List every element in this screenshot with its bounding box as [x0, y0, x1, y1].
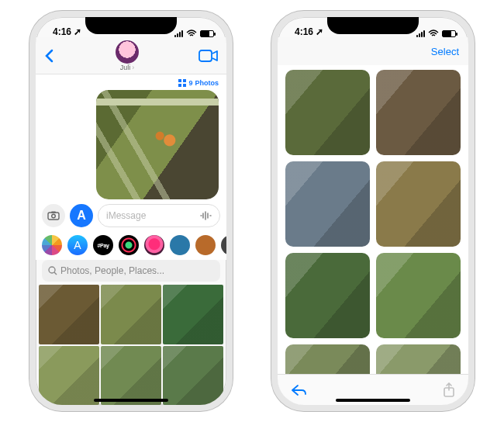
- svg-rect-0: [199, 50, 212, 61]
- photo-tile[interactable]: [285, 344, 370, 374]
- photos-label: Photos: [195, 79, 219, 87]
- photo-tile[interactable]: [376, 253, 461, 338]
- status-time: 4:16: [295, 26, 313, 37]
- svg-rect-7: [51, 212, 56, 213]
- message-placeholder: iMessage: [106, 210, 146, 221]
- wifi-icon: [186, 29, 197, 37]
- photos-search-input[interactable]: Photos, People, Places...: [42, 260, 220, 282]
- svg-rect-4: [183, 84, 186, 87]
- location-arrow-icon: ➚: [74, 26, 81, 37]
- search-icon: [48, 266, 57, 275]
- photo-tile[interactable]: [376, 70, 461, 155]
- app-activity-icon[interactable]: [119, 235, 139, 255]
- app-store-button[interactable]: A: [70, 204, 93, 227]
- app-memoji-icon[interactable]: [170, 235, 190, 255]
- notch: [327, 17, 419, 34]
- message-input[interactable]: iMessage: [98, 204, 220, 227]
- home-indicator[interactable]: [94, 399, 168, 402]
- svg-rect-1: [178, 79, 181, 82]
- app-applepay-icon[interactable]: #Pay: [93, 235, 113, 255]
- drawer-thumb[interactable]: [101, 346, 161, 406]
- drawer-thumb[interactable]: [101, 285, 161, 344]
- photo-stack-link[interactable]: 9 Photos: [178, 79, 219, 87]
- back-chevron-icon[interactable]: [43, 48, 56, 64]
- composer-row: A iMessage: [36, 199, 226, 232]
- signal-icon: [416, 30, 425, 37]
- battery-icon: [200, 30, 214, 37]
- app-extra-2-icon[interactable]: [221, 235, 233, 255]
- photos-count: 9: [188, 79, 192, 87]
- app-extra-1-icon[interactable]: [195, 235, 216, 255]
- sent-photo-bubble[interactable]: [96, 90, 219, 199]
- svg-point-8: [49, 267, 55, 273]
- status-time: 4:16: [53, 26, 71, 37]
- home-indicator[interactable]: [336, 399, 410, 402]
- drawer-thumb[interactable]: [39, 346, 99, 406]
- drawer-thumb[interactable]: [163, 285, 223, 344]
- photo-tile[interactable]: [376, 161, 461, 247]
- battery-icon: [442, 30, 456, 37]
- contact-avatar: [116, 40, 139, 64]
- contact-header[interactable]: Juli ›: [116, 40, 139, 71]
- app-strip[interactable]: A #Pay: [36, 232, 226, 260]
- svg-rect-3: [178, 84, 181, 87]
- photo-tile[interactable]: [285, 70, 370, 155]
- reply-icon[interactable]: [290, 383, 307, 397]
- drawer-thumb[interactable]: [163, 346, 223, 406]
- photo-drawer-grid[interactable]: [36, 285, 226, 405]
- facetime-icon[interactable]: [198, 49, 219, 63]
- location-arrow-icon: ➚: [316, 26, 323, 37]
- select-button[interactable]: Select: [431, 46, 459, 57]
- camera-button[interactable]: [42, 204, 65, 227]
- search-placeholder: Photos, People, Places...: [60, 265, 164, 276]
- grid-icon: [178, 79, 186, 87]
- photo-tile[interactable]: [376, 344, 461, 374]
- messages-nav: Juli ›: [36, 37, 226, 74]
- app-store-icon: A: [77, 209, 86, 223]
- app-photos-icon[interactable]: [42, 235, 62, 255]
- photos-grid-nav: Select: [278, 37, 468, 65]
- app-appstore-icon[interactable]: A: [67, 235, 88, 255]
- svg-rect-5: [48, 213, 59, 220]
- phone-right: 4:16 ➚ Select: [271, 11, 475, 411]
- notch: [85, 17, 177, 34]
- app-digitaltouch-icon[interactable]: [144, 235, 164, 255]
- chevron-right-icon: ›: [132, 64, 134, 71]
- photo-tile[interactable]: [285, 253, 370, 338]
- wifi-icon: [428, 29, 439, 37]
- svg-rect-2: [183, 79, 186, 82]
- svg-line-9: [54, 272, 57, 275]
- message-thread[interactable]: 9 Photos: [36, 74, 226, 199]
- photos-grid-body[interactable]: [278, 65, 468, 374]
- drawer-thumb[interactable]: [39, 285, 99, 344]
- signal-icon: [174, 30, 183, 37]
- camera-icon: [47, 211, 60, 220]
- contact-name: Juli: [120, 64, 131, 71]
- photo-tile[interactable]: [285, 161, 370, 247]
- phone-left: 4:16 ➚ Juli › 9 Photos: [29, 11, 233, 411]
- audio-wave-icon[interactable]: [199, 210, 212, 221]
- share-icon[interactable]: [442, 382, 456, 398]
- svg-point-6: [52, 214, 56, 218]
